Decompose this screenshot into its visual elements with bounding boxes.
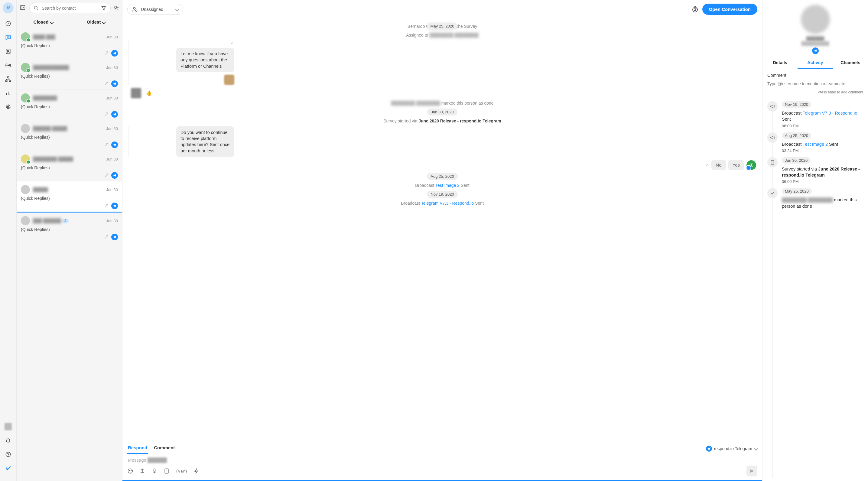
comment-input[interactable] [767,79,863,88]
svg-point-27 [129,471,130,471]
reports-icon[interactable] [4,90,12,97]
attach-icon[interactable] [140,468,146,474]
contact-name: █████ [33,187,103,192]
outgoing-arrow-icon [103,234,110,240]
unread-badge: 3 [62,219,69,223]
add-contact-icon[interactable] [113,5,119,11]
conversation-preview: (Quick Replies) [21,196,118,201]
workflows-icon[interactable] [4,75,12,83]
sort-filter[interactable]: Oldest [87,19,105,25]
activity-item: May 25, 2020 ████████ ████████ marked th… [767,188,863,209]
svg-rect-29 [154,469,155,472]
tab-channels[interactable]: Channels [833,57,868,69]
contacts-icon[interactable] [4,48,12,55]
conversation-item[interactable]: ██████ █████ Jun 30 (Quick Replies) [17,120,122,151]
composer: Respond Comment respond.io Telegram Mess… [122,440,762,480]
activity-text: ████████ ████████ marked this person as … [782,197,863,209]
activity-link[interactable]: Test Image 2 [803,142,828,147]
conversation-item[interactable]: ✓ ████████ █████ Jun 30 (Quick Replies) [17,151,122,182]
activity-link[interactable]: Telegram V7.3 - Respond.Io [803,111,858,116]
chevron-down-icon [754,446,757,451]
message-input[interactable]: Message ██████ [127,454,757,464]
delivered-check-icon: ✓ [705,163,709,167]
workspace-icon[interactable] [4,423,12,430]
emoji-icon[interactable] [127,468,133,474]
user-avatar[interactable]: R [3,2,13,13]
megaphone-icon [767,132,778,143]
variable-icon[interactable]: {var} [176,469,187,474]
svg-point-17 [34,6,37,9]
notifications-icon[interactable] [4,437,12,444]
tab-respond[interactable]: Respond [127,443,148,454]
conversation-item[interactable]: █████ Jun 30 (Quick Replies) [17,182,122,213]
assignee-select[interactable]: Unassigned [127,4,183,15]
help-icon[interactable] [4,451,12,458]
svg-rect-6 [7,77,9,78]
snippet-icon[interactable] [163,468,169,474]
broadcast-link[interactable]: Telegram V7.3 - Respond.Io [421,201,474,205]
telegram-icon [111,111,118,118]
contact-avatar [21,124,30,133]
megaphone-icon [767,101,778,111]
search-input[interactable] [42,6,98,10]
conversation-item[interactable]: ███ ██████ 3 Jun 30 (Quick Replies) [17,213,122,243]
dashboard-icon[interactable] [4,20,12,27]
snooze-icon[interactable] [691,6,699,13]
send-button[interactable] [746,466,757,477]
contact-name: ██████ [806,36,825,41]
quick-reply-no[interactable]: No [711,160,725,170]
conversation-panel: Unassigned Open Conversation Bernardo G█… [122,0,762,481]
svg-point-22 [133,7,135,9]
contact-avatar [21,185,30,194]
outgoing-arrow-icon [103,111,110,117]
conversation-preview: (Quick Replies) [21,165,118,170]
conversation-item[interactable]: ✓ ████████ Jun 30 (Quick Replies) [17,90,122,120]
reaction-thumbsup: 👍 [144,89,154,97]
contact-name: ██████ █████ [33,126,103,131]
settings-icon[interactable] [4,103,12,111]
quick-reply-yes[interactable]: Yes [728,160,744,170]
channel-select[interactable]: respond.io Telegram [706,443,757,454]
message-outgoing: ✓ Let me know if you have any questions … [128,40,234,85]
sender-avatar [224,75,234,85]
reaction-row: 👍 [131,88,756,98]
collapse-panel-icon[interactable] [20,4,27,12]
activity-item: Aug 25, 2020 Broadcast Test Image 2 Sent… [767,132,863,153]
automation-icon[interactable] [193,468,199,474]
user-icon [132,6,138,12]
conversation-item[interactable]: ✓ ████████████ Jun 30 (Quick Replies) [17,59,122,90]
broadcast-icon[interactable] [4,62,12,69]
tab-comment[interactable]: Comment [153,443,175,454]
tab-details[interactable]: Details [763,57,798,69]
contact-avatar [21,216,30,225]
mic-icon[interactable] [152,468,157,474]
svg-point-5 [7,65,8,66]
broadcast-link[interactable]: Test Image 2 [435,183,460,188]
chevron-down-icon [50,19,53,25]
logo-icon[interactable] [4,465,12,472]
activity-text: Broadcast Telegram V7.3 - Respond.Io Sen… [782,110,863,123]
svg-rect-8 [9,80,10,81]
open-conversation-button[interactable]: Open Conversation [702,4,757,15]
chevron-down-icon [175,7,179,12]
filter-icon[interactable] [101,5,107,11]
check-icon [767,188,778,198]
contact-name: ████████ █████ [33,157,103,161]
svg-point-23 [136,10,137,11]
outgoing-arrow-icon [103,50,110,56]
svg-point-19 [115,6,117,8]
svg-point-28 [131,471,131,471]
comment-hint: Press enter to add comment [767,90,863,94]
contact-avatar: ✓ [21,93,30,102]
search-input-wrap[interactable] [29,3,111,13]
activity-text: Broadcast Test Image 2 Sent [782,141,863,147]
svg-rect-7 [6,80,7,81]
messages-icon[interactable] [4,34,12,41]
contact-avatar: ✓ [21,32,30,41]
conversation-date: Jun 30 [106,157,118,161]
conversation-item[interactable]: ✓ ████ ███ Jun 30 (Quick Replies) [17,29,122,59]
telegram-icon [111,172,118,179]
delivered-check-icon: ✓ [231,40,234,45]
tab-activity[interactable]: Activity [798,57,833,69]
status-filter[interactable]: Closed [34,19,53,25]
